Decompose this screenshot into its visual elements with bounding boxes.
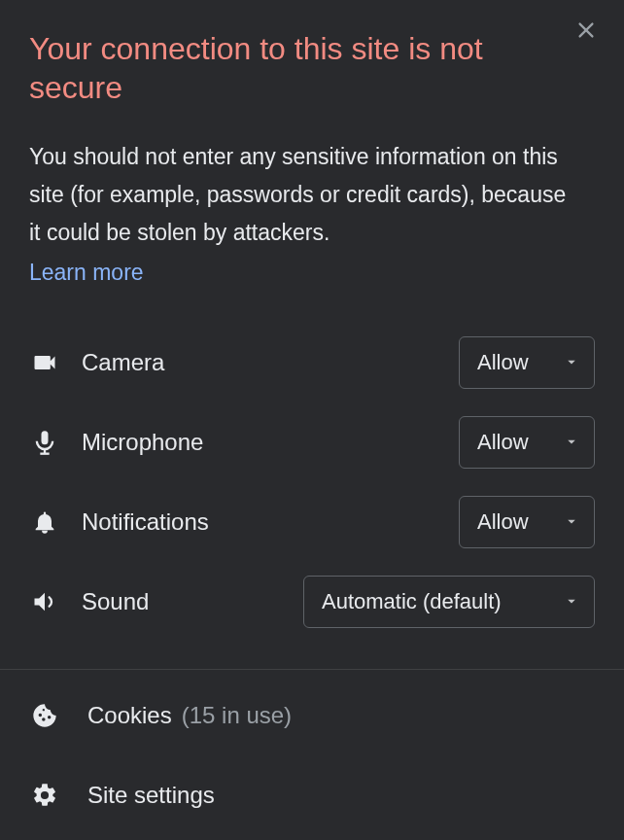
permission-label: Camera xyxy=(82,349,459,376)
learn-more-link[interactable]: Learn more xyxy=(29,260,144,286)
sound-icon xyxy=(29,586,60,617)
chevron-down-icon xyxy=(563,352,580,377)
select-value: Automatic (default) xyxy=(322,589,502,614)
select-value: Allow xyxy=(477,430,529,455)
site-settings-row[interactable]: Site settings xyxy=(29,755,595,835)
permission-label: Sound xyxy=(82,588,303,615)
footer: Cookies (15 in use) Site settings xyxy=(0,670,624,840)
security-description: You should not enter any sensitive infor… xyxy=(29,138,573,252)
permission-row-sound: Sound Automatic (default) xyxy=(29,562,595,642)
camera-icon xyxy=(29,347,60,378)
microphone-select[interactable]: Allow xyxy=(459,416,595,469)
header: Your connection to this site is not secu… xyxy=(0,0,624,286)
chevron-down-icon xyxy=(563,511,580,537)
notifications-select[interactable]: Allow xyxy=(459,496,595,548)
gear-icon xyxy=(29,780,60,811)
site-settings-label: Site settings xyxy=(87,782,215,809)
close-icon xyxy=(575,19,597,45)
microphone-icon xyxy=(29,427,60,458)
select-value: Allow xyxy=(477,350,529,375)
cookies-row[interactable]: Cookies (15 in use) xyxy=(29,676,595,755)
permission-row-notifications: Notifications Allow xyxy=(29,482,595,562)
chevron-down-icon xyxy=(563,432,580,457)
sound-select[interactable]: Automatic (default) xyxy=(303,576,595,628)
close-button[interactable] xyxy=(572,18,601,47)
cookies-count: (15 in use) xyxy=(182,702,292,729)
security-title: Your connection to this site is not secu… xyxy=(29,29,554,107)
camera-select[interactable]: Allow xyxy=(459,336,595,389)
notifications-icon xyxy=(29,507,60,538)
chevron-down-icon xyxy=(563,591,580,616)
permission-row-microphone: Microphone Allow xyxy=(29,402,595,482)
select-value: Allow xyxy=(477,509,529,535)
permission-label: Notifications xyxy=(82,508,459,536)
permissions-list: Camera Allow Microphone Allow Notificati… xyxy=(0,286,624,651)
site-info-popup: Your connection to this site is not secu… xyxy=(0,0,624,840)
permission-row-camera: Camera Allow xyxy=(29,323,595,402)
cookie-icon xyxy=(29,700,60,731)
permission-label: Microphone xyxy=(82,429,459,456)
cookies-label: Cookies xyxy=(87,702,172,729)
